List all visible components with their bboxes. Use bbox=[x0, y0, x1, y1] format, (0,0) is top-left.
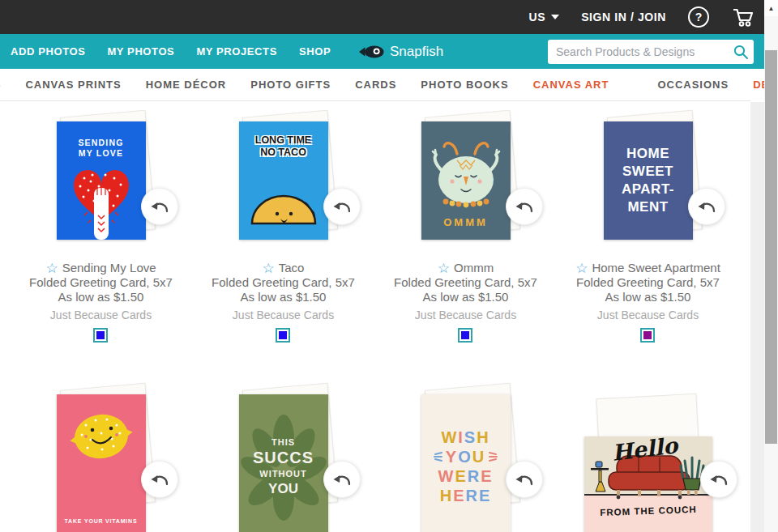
tab-occasions[interactable]: OCCASIONS bbox=[657, 79, 729, 91]
card-art-text: MENT bbox=[627, 198, 668, 216]
flip-card-button[interactable] bbox=[141, 461, 178, 498]
card-preview[interactable]: THIS SUCCS WITHOUT YOU bbox=[239, 385, 328, 532]
flip-card-button[interactable] bbox=[323, 188, 361, 225]
flip-card-button[interactable] bbox=[700, 461, 737, 498]
product-price: As low as $1.50 bbox=[212, 290, 355, 304]
search-icon[interactable] bbox=[733, 45, 749, 60]
product-info: ☆ Taco Folded Greeting Card, 5x7 As low … bbox=[212, 261, 355, 343]
product-card: Hello FROM THE COUCH bbox=[557, 385, 739, 532]
flip-card-button[interactable] bbox=[506, 188, 543, 225]
card-art-letter: Y bbox=[446, 447, 458, 466]
page-gutter bbox=[750, 102, 764, 532]
snapfish-logo[interactable]: Snapfish bbox=[359, 34, 443, 69]
card-front-design[interactable]: HOME SWEET APART- MENT bbox=[604, 121, 693, 240]
card-art-text: TAKE YOUR VITAMINS bbox=[57, 518, 146, 524]
flip-arrow-icon bbox=[333, 472, 351, 487]
flip-card-button[interactable] bbox=[688, 188, 725, 225]
scrollbar-thumb[interactable] bbox=[765, 50, 777, 444]
accent-dashes-icon bbox=[434, 450, 442, 463]
product-name[interactable]: Taco bbox=[279, 261, 305, 275]
tab-cards[interactable]: CARDS bbox=[355, 79, 396, 91]
search-input[interactable] bbox=[548, 45, 733, 58]
card-art-letter: H bbox=[440, 486, 453, 505]
card-front-design[interactable]: TAKE YOUR VITAMINS bbox=[57, 394, 146, 532]
nav-shop[interactable]: SHOP bbox=[299, 45, 331, 57]
region-label: US bbox=[528, 11, 545, 23]
flip-arrow-icon bbox=[333, 199, 351, 214]
tab-home-decor[interactable]: HOME DÉCOR bbox=[146, 79, 227, 91]
product-grid: SENDING MY LOVE bbox=[0, 101, 750, 532]
flip-card-button[interactable] bbox=[141, 188, 178, 225]
category-nav: PRINTS CANVAS PRINTS HOME DÉCOR PHOTO GI… bbox=[0, 69, 750, 101]
product-card: OMMM ☆ Ommm Folded Greeting Card, 5x7 As… bbox=[374, 112, 557, 343]
card-art-letter: E bbox=[479, 486, 491, 505]
caret-down-icon bbox=[551, 15, 559, 19]
color-swatch[interactable] bbox=[640, 328, 655, 343]
fish-icon bbox=[359, 45, 385, 59]
product-name[interactable]: Sending My Love bbox=[62, 261, 156, 275]
card-art-letter: O bbox=[458, 447, 472, 466]
card-preview[interactable]: LONG TIME NO TACO bbox=[239, 112, 328, 240]
nav-my-photos[interactable]: MY PHOTOS bbox=[107, 45, 174, 57]
card-art-letter: I bbox=[458, 428, 464, 447]
favorite-star-icon[interactable]: ☆ bbox=[438, 262, 450, 275]
card-preview[interactable]: HOME SWEET APART- MENT bbox=[604, 112, 693, 240]
tab-photo-books[interactable]: PHOTO BOOKS bbox=[421, 79, 508, 91]
side-table-art bbox=[589, 461, 612, 496]
tab-photo-gifts[interactable]: PHOTO GIFTS bbox=[250, 79, 331, 91]
card-front-design[interactable]: Hello FROM THE COUCH bbox=[584, 436, 712, 532]
card-art-text: SENDING bbox=[57, 138, 146, 148]
tab-canvas-prints[interactable]: CANVAS PRINTS bbox=[25, 79, 121, 91]
product-type: Folded Greeting Card, 5x7 bbox=[212, 275, 355, 290]
tab-canvas-art[interactable]: CANVAS ART bbox=[533, 79, 609, 91]
card-art-text: NO TACO bbox=[239, 147, 328, 159]
color-swatch[interactable] bbox=[458, 328, 472, 343]
card-preview[interactable]: W I S H Y O U bbox=[421, 385, 511, 532]
card-art-letter: E bbox=[481, 466, 493, 486]
card-front-design[interactable]: W I S H Y O U bbox=[421, 394, 511, 532]
product-name[interactable]: Home Sweet Apartment bbox=[592, 261, 720, 275]
top-bar: US SIGN IN / JOIN ? bbox=[0, 0, 764, 34]
card-front-design[interactable]: THIS SUCCS WITHOUT YOU bbox=[239, 394, 328, 532]
flip-arrow-icon bbox=[698, 199, 716, 214]
card-front-design[interactable]: LONG TIME NO TACO bbox=[239, 121, 328, 240]
card-preview[interactable]: TAKE YOUR VITAMINS bbox=[57, 385, 146, 532]
flip-card-button[interactable] bbox=[323, 461, 361, 498]
scroll-up-button[interactable]: ▲ bbox=[764, 0, 778, 16]
flip-card-button[interactable] bbox=[506, 461, 543, 498]
help-icon[interactable]: ? bbox=[688, 6, 709, 28]
favorite-star-icon[interactable]: ☆ bbox=[575, 262, 588, 275]
color-swatch[interactable] bbox=[93, 328, 108, 343]
favorite-star-icon[interactable]: ☆ bbox=[263, 262, 275, 275]
product-type: Folded Greeting Card, 5x7 bbox=[29, 275, 173, 290]
product-type: Folded Greeting Card, 5x7 bbox=[575, 275, 720, 290]
brand-name: Snapfish bbox=[390, 44, 443, 60]
card-art-text: SWEET bbox=[622, 163, 673, 181]
lemon-art bbox=[57, 394, 146, 483]
card-preview[interactable]: OMMM bbox=[421, 112, 511, 240]
nav-add-photos[interactable]: ADD PHOTOS bbox=[11, 45, 85, 57]
cart-icon[interactable] bbox=[731, 6, 754, 28]
sign-in-link[interactable]: SIGN IN / JOIN bbox=[581, 11, 666, 23]
tab-prints[interactable]: PRINTS bbox=[0, 79, 1, 91]
favorite-star-icon[interactable]: ☆ bbox=[45, 262, 58, 275]
card-preview[interactable]: SENDING MY LOVE bbox=[57, 112, 146, 240]
card-front-design[interactable]: SENDING MY LOVE bbox=[57, 121, 146, 240]
product-card: SENDING MY LOVE bbox=[10, 112, 192, 343]
product-name[interactable]: Ommm bbox=[454, 261, 494, 275]
flip-arrow-icon bbox=[710, 472, 728, 487]
region-selector[interactable]: US bbox=[528, 11, 559, 23]
card-art-text: THIS bbox=[271, 436, 295, 449]
product-card: THIS SUCCS WITHOUT YOU bbox=[192, 385, 374, 532]
nav-my-projects[interactable]: MY PROJECTS bbox=[196, 45, 277, 57]
card-art-letter: E bbox=[453, 486, 465, 505]
scrollbar[interactable]: ▲ bbox=[764, 0, 778, 532]
card-front-design[interactable]: OMMM bbox=[421, 121, 511, 240]
card-art-text: LONG TIME bbox=[239, 134, 328, 147]
color-swatch[interactable] bbox=[276, 328, 290, 343]
card-preview[interactable]: Hello FROM THE COUCH bbox=[584, 385, 712, 532]
card-art-text: SUCCS bbox=[253, 449, 314, 467]
scroll-up-icon: ▲ bbox=[768, 5, 775, 12]
card-art-letter: E bbox=[455, 466, 467, 486]
card-art-letter: S bbox=[464, 428, 477, 447]
